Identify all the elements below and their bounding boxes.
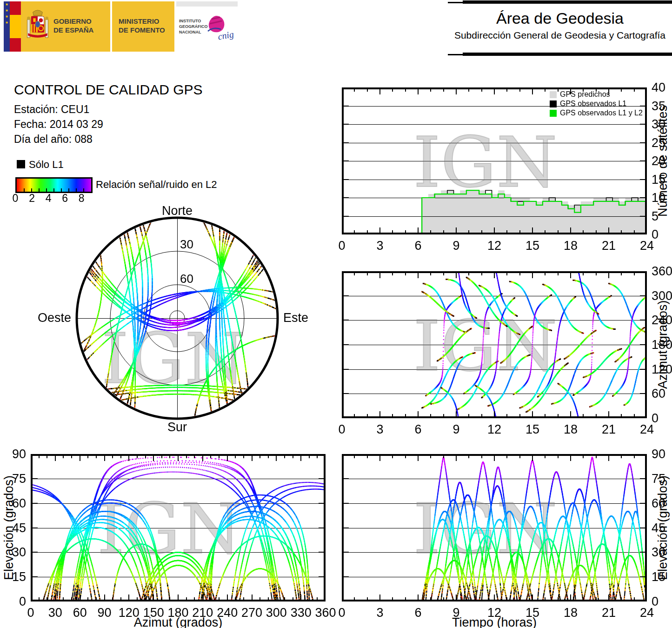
header-rule-bottom-thin — [448, 54, 463, 55]
colorbar-tick — [68, 188, 69, 192]
elevation-time-ylabel: Elevación (grados) — [655, 454, 671, 601]
tick-label: 21 — [590, 239, 627, 253]
tick-label: 12 — [476, 422, 513, 437]
azimuth-ylabel: Azimut (grados) — [655, 271, 671, 418]
tick-label: 21 — [590, 606, 627, 620]
eu-flag-strip: ★★★★ — [4, 1, 10, 52]
sky-plot-canvas — [70, 208, 286, 428]
colorbar-tick — [24, 188, 25, 192]
compass-south-label: Sur — [149, 420, 205, 434]
legend-item: GPS predichos — [550, 90, 643, 99]
ring-30-label: 30 — [180, 237, 193, 252]
spain-flag — [10, 1, 21, 52]
tick-label: 4 — [41, 192, 55, 205]
tick-label: 6 — [399, 239, 437, 253]
legend-swatch-icon — [550, 110, 557, 117]
spain-coat-of-arms — [26, 7, 50, 46]
date-line: Fecha: 2014 03 29 — [14, 118, 103, 131]
legend-label: GPS observados L1 y L2 — [560, 109, 643, 117]
eu-stars-icon: ★★★★ — [5, 2, 8, 25]
tick-label: 18 — [552, 239, 589, 253]
legend-label: GPS predichos — [560, 90, 610, 99]
tick-label: 360 — [307, 606, 344, 620]
tick-label: 0 — [12, 606, 49, 620]
satellite-count-legend: GPS predichosGPS observados L1GPS observ… — [550, 90, 643, 118]
flag-band-red-top — [10, 1, 21, 15]
ministerio-label: MINISTERIO DE FOMENTO — [119, 17, 165, 35]
tick-label: 6 — [399, 422, 437, 437]
tick-label: 21 — [590, 422, 627, 437]
compass-west-label: Oeste — [20, 311, 71, 325]
tick-label: 24 — [628, 422, 665, 437]
doy-line: Día del año: 088 — [14, 133, 93, 146]
elevation-vs-azimuth-canvas — [31, 454, 326, 601]
area-subtitle: Subdirección General de Geodesia y Carto… — [448, 30, 672, 41]
legend-swatch-icon — [550, 91, 557, 98]
tick-label: 15 — [514, 239, 551, 253]
header-rule-top-thin — [448, 2, 463, 3]
tick-label: 0 — [8, 192, 22, 205]
ign-box: INSTITUTO GEOGRÁFICO NACIONAL cnig — [176, 1, 238, 52]
gobierno-box: GOBIERNO DE ESPAÑA — [21, 1, 110, 52]
ministerio-box: MINISTERIO DE FOMENTO — [112, 1, 174, 52]
azimuth-vs-time-canvas — [342, 271, 647, 418]
cnig-logo: cnig — [204, 13, 236, 45]
area-title: Área de Geodesia — [448, 9, 672, 27]
area-header: Área de Geodesia Subdirección General de… — [448, 0, 672, 58]
colorbar-tick — [31, 188, 32, 192]
compass-east-label: Este — [283, 311, 308, 325]
solo-l1-label: Sólo L1 — [29, 159, 64, 171]
station-line: Estación: CEU1 — [14, 103, 89, 116]
elevation-azimuth-xlabel: Azimut (grados) — [80, 615, 276, 628]
flag-band-yellow — [10, 15, 21, 38]
tick-label: 0 — [323, 606, 360, 620]
colorbar-tick — [46, 188, 47, 192]
tick-label: 9 — [438, 422, 475, 437]
gobierno-label: GOBIERNO DE ESPAÑA — [53, 17, 93, 35]
page-title: CONTROL DE CALIDAD GPS — [14, 82, 203, 98]
colorbar-tick — [53, 188, 54, 192]
flag-band-red-bottom — [10, 38, 21, 52]
tick-label: 18 — [552, 422, 589, 437]
solo-l1-swatch — [17, 160, 25, 168]
cnig-label: cnig — [217, 29, 235, 42]
ign-box-topbar — [176, 1, 238, 7]
tick-label: 330 — [282, 606, 319, 620]
tick-label: 2 — [25, 192, 39, 205]
snr-colorbar-label: Relación señal/ruido en L2 — [96, 179, 217, 191]
compass-north-label: Norte — [149, 204, 205, 218]
tick-label: 3 — [361, 422, 399, 437]
header: ★★★★ GOBIERNO DE ESPAÑA MINISTERIO DE FO… — [0, 0, 672, 65]
tick-label: 12 — [476, 239, 513, 253]
tick-label: 24 — [628, 606, 665, 620]
tick-label: 0 — [323, 239, 360, 253]
tick-label: 3 — [361, 239, 399, 253]
tick-label: 3 — [361, 606, 399, 620]
header-rule-top — [463, 0, 672, 4]
colorbar-tick — [61, 188, 62, 192]
tick-label: 6 — [58, 192, 72, 205]
elevation-vs-time-canvas — [342, 454, 647, 601]
legend-label: GPS observados L1 — [560, 100, 626, 108]
tick-label: 24 — [628, 239, 665, 253]
tick-label: 8 — [74, 192, 88, 205]
colorbar-tick — [83, 188, 84, 192]
tick-label: 9 — [438, 239, 475, 253]
legend-swatch-icon — [550, 100, 557, 107]
tick-label: 30 — [37, 606, 74, 620]
ring-60-label: 60 — [180, 272, 193, 286]
legend-item: GPS observados L1 — [550, 99, 643, 108]
tick-label: 0 — [323, 422, 360, 437]
snr-colorbar — [15, 177, 93, 193]
sat-count-ylabel: Número de satélites — [655, 87, 671, 234]
colorbar-tick — [39, 188, 40, 192]
tick-label: 15 — [514, 422, 551, 437]
elevation-time-xlabel: Tiempo (horas) — [397, 615, 592, 628]
colorbar-tick — [76, 188, 77, 192]
header-rule-bottom — [463, 53, 672, 56]
legend-item: GPS observados L1 y L2 — [550, 108, 643, 118]
ign-label: INSTITUTO GEOGRÁFICO NACIONAL — [179, 18, 208, 35]
elevation-azimuth-ylabel: Elevación (grados) — [1, 454, 17, 601]
